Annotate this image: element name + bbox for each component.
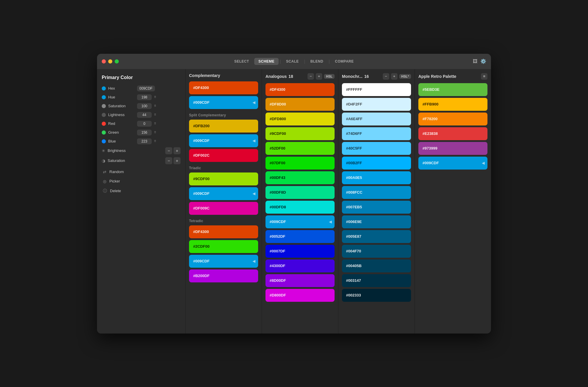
- swatch-00405b-mono[interactable]: #00405B: [342, 259, 411, 272]
- analogous-increase[interactable]: +: [316, 73, 322, 80]
- swatch-00dfd8-ana[interactable]: #00DFD8: [265, 201, 335, 214]
- analogous-decrease[interactable]: −: [308, 73, 314, 80]
- saturation-ctrl-icon: ◑: [102, 158, 105, 163]
- minimize-button[interactable]: [108, 59, 112, 63]
- blue-value[interactable]: 223: [137, 138, 152, 144]
- swatch-2cdf00-tet[interactable]: #2CDF00: [189, 240, 258, 253]
- swatch-ffb900-apple[interactable]: #FFB900: [418, 98, 487, 111]
- swatch-07df00-ana[interactable]: #07DF00: [265, 157, 335, 170]
- green-value[interactable]: 156: [137, 130, 152, 135]
- image-icon[interactable]: 🖼: [473, 59, 477, 64]
- brightness-increase[interactable]: +: [173, 147, 181, 154]
- settings-icon[interactable]: ⚙️: [480, 58, 486, 64]
- tab-compare[interactable]: COMPARE: [331, 58, 358, 65]
- swatch-009cdf-split[interactable]: #009CDF ◀: [189, 134, 258, 147]
- tab-blend[interactable]: BLEND: [306, 58, 328, 65]
- hex-dot: [102, 86, 106, 91]
- swatch-0052df-ana[interactable]: #0052DF: [265, 230, 335, 243]
- picker-icon: ◎: [103, 179, 106, 184]
- swatch-dfb200[interactable]: #DFB200: [189, 120, 258, 133]
- swatch-0007df-ana[interactable]: #0007DF: [265, 245, 335, 258]
- swatch-40c5ff-mono[interactable]: #40C5FF: [342, 142, 411, 155]
- brightness-decrease[interactable]: −: [165, 147, 172, 154]
- blue-label: Blue: [108, 139, 135, 143]
- swatch-9cdf00-ana[interactable]: #9CDF00: [265, 127, 335, 140]
- lightness-value[interactable]: 44: [137, 112, 152, 118]
- swatch-df4300-comp[interactable]: #DF4300: [189, 81, 258, 94]
- monochrome-count: 16: [364, 74, 381, 79]
- delete-icon: ⓘ: [103, 188, 107, 194]
- tab-scale[interactable]: SCALE: [282, 58, 303, 65]
- swatch-009cdf-tet[interactable]: #009CDF ◀: [189, 255, 258, 268]
- saturation-decrease[interactable]: −: [165, 157, 172, 164]
- maximize-button[interactable]: [115, 59, 119, 63]
- hue-drag-icon[interactable]: ⠿: [154, 96, 156, 99]
- swatch-002333-mono[interactable]: #002333: [342, 289, 411, 302]
- swatch-00a0e5-mono[interactable]: #00A0E5: [342, 171, 411, 184]
- swatch-973999-apple[interactable]: #973999: [418, 142, 487, 155]
- saturation-row: Saturation 100 ⠿: [102, 103, 181, 109]
- swatch-008fcc-mono[interactable]: #008FCC: [342, 186, 411, 199]
- lightness-label: Lightness: [108, 113, 135, 117]
- hue-value[interactable]: 198: [137, 94, 152, 100]
- swatch-52df00-ana[interactable]: #52DF00: [265, 142, 335, 155]
- swatch-00b2ff-mono[interactable]: #00B2FF: [342, 157, 411, 170]
- swatch-007eb5-mono[interactable]: #007EB5: [342, 201, 411, 214]
- swatch-00df43-ana[interactable]: #00DF43: [265, 171, 335, 184]
- tab-select[interactable]: SELECT: [230, 58, 253, 65]
- swatch-74d6ff-mono[interactable]: #74D6FF: [342, 127, 411, 140]
- monochrome-increase[interactable]: +: [391, 73, 397, 80]
- hue-dot: [102, 95, 106, 99]
- saturation-ctrl-label: Saturation: [108, 158, 134, 163]
- red-drag-icon[interactable]: ⠿: [154, 122, 156, 125]
- swatch-006e9e-mono[interactable]: #006E9E: [342, 215, 411, 228]
- lightness-drag-icon[interactable]: ⠿: [154, 113, 156, 116]
- monochrome-badge[interactable]: HSL*: [399, 74, 411, 79]
- swatch-b200df-tet[interactable]: #B200DF: [189, 269, 258, 282]
- swatch-009cdf-apple[interactable]: #009CDF ◀: [418, 157, 487, 170]
- random-action[interactable]: ⇄ Random: [102, 167, 181, 177]
- main-content: Primary Color Hex 009CDF Hue 198 ⠿ Satur…: [97, 69, 491, 334]
- hex-value[interactable]: 009CDF: [137, 86, 155, 91]
- saturation-value[interactable]: 100: [137, 103, 152, 109]
- swatch-df4300-ana[interactable]: #DF4300: [265, 83, 335, 96]
- random-label: Random: [109, 170, 124, 174]
- apple-palette-menu[interactable]: ≡: [481, 73, 487, 80]
- swatch-d4f2ff-mono[interactable]: #D4F2FF: [342, 98, 411, 111]
- swatch-df4300-tet[interactable]: #DF4300: [189, 225, 258, 238]
- swatch-00df8d-ana[interactable]: #00DF8D: [265, 186, 335, 199]
- swatch-e23838-apple[interactable]: #E23838: [418, 127, 487, 140]
- tab-scheme[interactable]: SCHEME: [254, 58, 278, 65]
- sidebar: Primary Color Hex 009CDF Hue 198 ⠿ Satur…: [97, 69, 185, 334]
- swatch-009cdf-tri[interactable]: #009CDF ◀: [189, 187, 258, 200]
- swatch-a6e4ff-mono[interactable]: #A6E4FF: [342, 113, 411, 125]
- red-value[interactable]: 0: [137, 121, 152, 127]
- picker-action[interactable]: ◎ Picker: [102, 177, 181, 186]
- swatch-df002c[interactable]: #DF002C: [189, 149, 258, 162]
- close-button[interactable]: [102, 59, 106, 63]
- swatch-003147-mono[interactable]: #003147: [342, 274, 411, 287]
- swatch-009cdf-ana[interactable]: #009CDF ◀: [265, 215, 335, 228]
- swatch-9cdf00-tri[interactable]: #9CDF00: [189, 172, 258, 185]
- swatch-5ebd3e-apple[interactable]: #5EBD3E: [418, 83, 487, 96]
- delete-action[interactable]: ⓘ Delete: [102, 186, 181, 196]
- analogous-badge[interactable]: HSL: [324, 74, 335, 79]
- swatch-f78200-apple[interactable]: #F78200: [418, 113, 487, 125]
- blue-drag-icon[interactable]: ⠿: [154, 140, 156, 143]
- swatch-004f70-mono[interactable]: #004F70: [342, 245, 411, 258]
- monochrome-decrease[interactable]: −: [383, 73, 389, 80]
- swatch-8d00df-ana[interactable]: #8D00DF: [265, 274, 335, 287]
- saturation-increase[interactable]: +: [173, 157, 181, 164]
- saturation-drag-icon[interactable]: ⠿: [154, 104, 156, 108]
- swatch-4300df-ana[interactable]: #4300DF: [265, 259, 335, 272]
- swatch-df8d00-ana[interactable]: #DF8D00: [265, 98, 335, 111]
- green-drag-icon[interactable]: ⠿: [154, 131, 156, 134]
- swatch-dfd800-ana[interactable]: #DFD800: [265, 113, 335, 125]
- brightness-icon: ✳: [102, 148, 105, 153]
- swatch-009cdf-comp[interactable]: #009CDF ◀: [189, 96, 258, 109]
- swatch-d800df-ana[interactable]: #D800DF: [265, 289, 335, 302]
- swatch-ffffff-mono[interactable]: #FFFFFF: [342, 83, 411, 96]
- brightness-label: Brightness: [108, 148, 134, 153]
- swatch-005e87-mono[interactable]: #005E87: [342, 230, 411, 243]
- swatch-df009c-tri[interactable]: #DF009C: [189, 202, 258, 215]
